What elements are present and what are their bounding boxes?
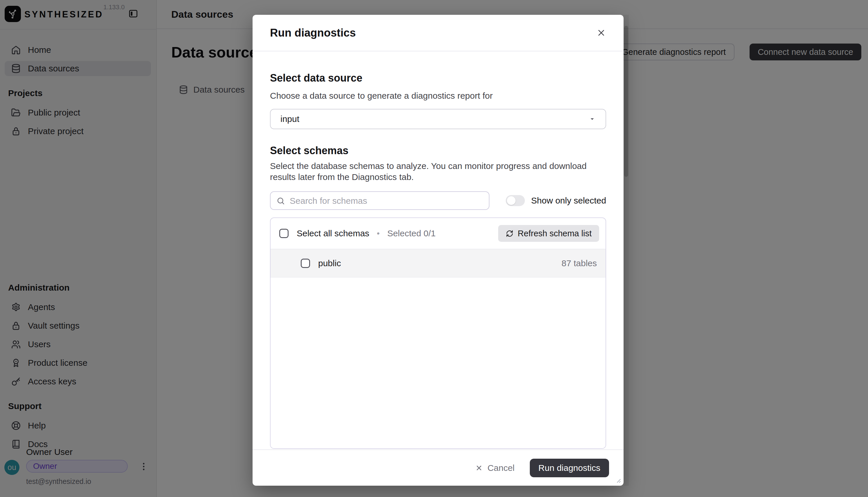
show-only-selected-toggle[interactable] — [506, 195, 525, 206]
scrollbar[interactable] — [624, 15, 629, 486]
schema-list-empty-space — [271, 278, 606, 448]
cancel-button[interactable]: Cancel — [473, 463, 516, 473]
selected-count: Selected 0/1 — [387, 228, 436, 238]
scrollbar-thumb[interactable] — [624, 26, 628, 177]
dot-separator: • — [377, 229, 380, 238]
select-all-label: Select all schemas — [297, 228, 369, 238]
modal-footer: Cancel Run diagnostics — [253, 450, 624, 486]
schema-search-row: Show only selected — [270, 191, 606, 210]
show-only-selected-label: Show only selected — [531, 196, 607, 205]
schema-row-public[interactable]: public 87 tables — [271, 250, 606, 278]
screen: SYNTHESIZED 1.133.0 Home Data sources Pr… — [0, 0, 868, 497]
resize-handle-icon[interactable] — [614, 476, 622, 484]
schema-name: public — [318, 258, 341, 268]
schema-search-box — [270, 191, 489, 210]
schema-checkbox[interactable] — [301, 259, 310, 268]
run-diagnostics-button[interactable]: Run diagnostics — [530, 459, 609, 477]
modal-header: Run diagnostics — [253, 15, 624, 52]
show-only-selected-wrap: Show only selected — [506, 195, 607, 206]
select-data-source-description: Choose a data source to generate a diagn… — [270, 90, 606, 101]
modal-body: Select data source Choose a data source … — [253, 52, 624, 450]
refresh-icon — [506, 230, 514, 238]
schema-table-count: 87 tables — [561, 258, 597, 268]
select-schemas-description: Select the database schemas to analyze. … — [270, 160, 606, 183]
close-icon[interactable] — [596, 28, 606, 38]
select-data-source-heading: Select data source — [270, 72, 606, 84]
chevron-down-icon — [589, 115, 596, 123]
toggle-knob — [507, 196, 515, 205]
close-icon — [475, 464, 483, 472]
schema-list-header: Select all schemas • Selected 0/1 Refres… — [271, 218, 606, 250]
schema-list-panel: Select all schemas • Selected 0/1 Refres… — [270, 217, 606, 449]
schema-search-input[interactable] — [289, 192, 485, 210]
search-icon — [276, 197, 285, 205]
modal-title: Run diagnostics — [270, 27, 356, 39]
select-schemas-heading: Select schemas — [270, 145, 606, 156]
data-source-select[interactable]: input — [270, 109, 606, 129]
refresh-schema-list-button[interactable]: Refresh schema list — [498, 225, 599, 242]
select-all-checkbox[interactable] — [279, 229, 288, 238]
run-diagnostics-modal: Run diagnostics Select data source Choos… — [253, 15, 624, 486]
